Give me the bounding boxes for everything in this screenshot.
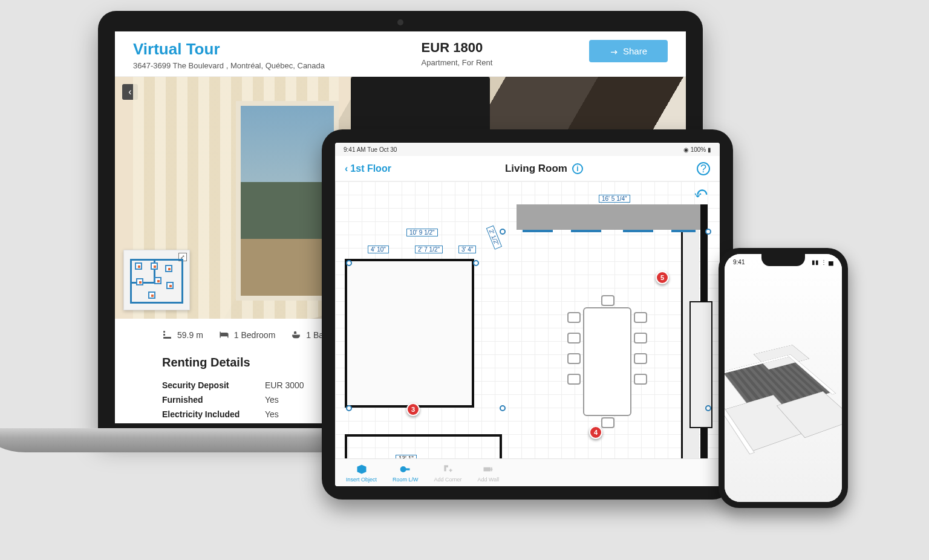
- minimap-plan: [130, 259, 183, 304]
- tablet-nav-bar: ‹ 1st Floor Living Room i ?: [335, 156, 720, 181]
- back-label: 1st Floor: [350, 163, 391, 174]
- dimension-label[interactable]: 10' 9 1/2": [406, 229, 438, 236]
- detail-value: Yes: [265, 395, 279, 405]
- room-outline[interactable]: 13' 1": [345, 434, 502, 458]
- corner-handle[interactable]: [346, 405, 352, 411]
- chair[interactable]: [567, 353, 581, 364]
- page-title[interactable]: Virtual Tour: [133, 40, 325, 59]
- listing-address: 3647-3699 The Boulevard , Montréal, Québ…: [133, 61, 325, 70]
- pano-marker[interactable]: 5: [656, 271, 669, 284]
- corner-handle[interactable]: [705, 229, 711, 235]
- cube-plus-icon: [355, 463, 368, 475]
- chair[interactable]: [634, 374, 647, 385]
- chair[interactable]: [601, 295, 614, 306]
- tablet-screen: 9:41 AM Tue Oct 30 ◉ 100% ▮ ‹ 1st Floor …: [335, 143, 720, 486]
- corner-handle[interactable]: [473, 260, 479, 266]
- stat-area: 59.9 m: [162, 330, 203, 340]
- opening[interactable]: [571, 230, 601, 248]
- pano-marker[interactable]: 3: [406, 403, 420, 416]
- listing-subtitle: Apartment, For Rent: [422, 58, 493, 67]
- toolbar: Insert Object Room L/W Add Corner Add Wa…: [335, 458, 720, 486]
- room-title: Living Room i: [505, 163, 583, 175]
- dimension-label[interactable]: 16' 5 1/4": [599, 195, 630, 203]
- detail-key: Security Deposit: [162, 380, 265, 390]
- detail-value: EUR 3000: [265, 380, 304, 390]
- detail-value: Yes: [265, 409, 279, 419]
- share-label: Share: [623, 46, 647, 56]
- help-button[interactable]: ?: [697, 162, 710, 175]
- pano-marker[interactable]: 4: [589, 426, 602, 439]
- phone-screen: 9:41 ▮▮ ⋮ ▅: [725, 254, 842, 502]
- corner-handle[interactable]: [346, 260, 352, 266]
- ruler-icon: [162, 330, 172, 340]
- room-outline[interactable]: [345, 259, 474, 408]
- bath-icon: [291, 330, 301, 340]
- listing-header: Virtual Tour 3647-3699 The Boulevard , M…: [115, 31, 686, 77]
- minimap[interactable]: ⤢: [123, 250, 190, 310]
- tool-add-wall[interactable]: Add Wall: [478, 463, 500, 483]
- status-time: 9:41: [733, 259, 745, 265]
- dimension-label[interactable]: 3' 4": [458, 246, 476, 253]
- chevron-left-icon: ‹: [345, 163, 348, 174]
- chair[interactable]: [634, 333, 647, 343]
- tablet-status-bar: 9:41 AM Tue Oct 30 ◉ 100% ▮: [335, 143, 720, 156]
- svg-rect-2: [484, 467, 491, 471]
- 3d-viewport[interactable]: [725, 254, 842, 502]
- tablet-device: 9:41 AM Tue Oct 30 ◉ 100% ▮ ‹ 1st Floor …: [322, 129, 733, 500]
- status-battery: ◉ 100% ▮: [683, 146, 711, 153]
- stat-bedrooms: 1 Bedroom: [219, 330, 275, 340]
- tape-measure-icon: [399, 463, 412, 475]
- corner-handle[interactable]: [500, 229, 506, 235]
- add-wall-icon: [481, 463, 495, 475]
- tool-insert-object[interactable]: Insert Object: [346, 463, 377, 483]
- bed-icon: [219, 330, 229, 340]
- chair[interactable]: [567, 374, 581, 385]
- chair[interactable]: [567, 333, 581, 343]
- floorplan-canvas[interactable]: 16' 5 1/4" 5' 3" 2' 5' 3" 2' 8" 10' 9 1/…: [335, 181, 720, 458]
- share-icon: [610, 47, 619, 56]
- share-button[interactable]: Share: [589, 40, 668, 62]
- chair[interactable]: [567, 312, 581, 323]
- chair[interactable]: [601, 417, 614, 428]
- chair[interactable]: [634, 353, 647, 364]
- opening[interactable]: [623, 230, 653, 248]
- kitchen-area[interactable]: 5 4: [480, 204, 708, 458]
- status-icons: ▮▮ ⋮ ▅: [812, 259, 833, 265]
- chair[interactable]: [634, 312, 647, 323]
- add-corner-icon: [442, 463, 455, 475]
- dimension-label[interactable]: 4' 10": [368, 246, 389, 253]
- dining-table[interactable]: [583, 307, 631, 416]
- detail-key: Furnished: [162, 395, 265, 405]
- svg-rect-1: [405, 468, 410, 470]
- tool-add-corner[interactable]: Add Corner: [434, 463, 462, 483]
- phone-device: 9:41 ▮▮ ⋮ ▅: [719, 248, 848, 508]
- back-button[interactable]: ‹ 1st Floor: [345, 163, 391, 174]
- info-icon[interactable]: i: [572, 163, 583, 174]
- webcam-icon: [397, 19, 403, 25]
- wall-segment[interactable]: [517, 204, 708, 230]
- opening[interactable]: [671, 230, 696, 248]
- phone-notch: [761, 254, 805, 266]
- listing-price: EUR 1800: [422, 40, 493, 56]
- status-time: 9:41 AM Tue Oct 30: [344, 146, 397, 153]
- corner-handle[interactable]: [500, 405, 506, 411]
- detail-key: Electricity Included: [162, 409, 265, 419]
- tool-room-lw[interactable]: Room L/W: [393, 463, 419, 483]
- corner-handle[interactable]: [705, 405, 711, 411]
- opening[interactable]: [523, 230, 553, 248]
- dimension-label[interactable]: 2' 7 1/2": [415, 246, 443, 253]
